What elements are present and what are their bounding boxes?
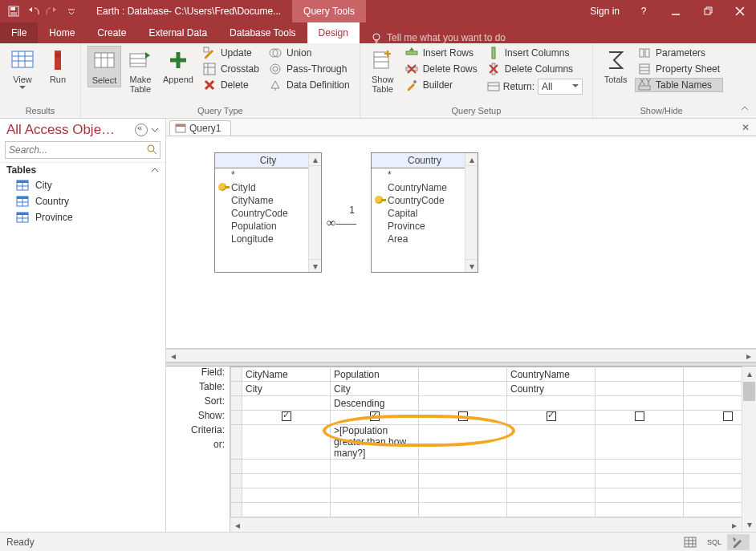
data-definition-button[interactable]: Data Definition (266, 78, 353, 92)
table-names-button[interactable]: XYZTable Names (635, 78, 723, 92)
show-checkbox[interactable] (370, 411, 380, 421)
nav-table-item[interactable]: Country (0, 193, 165, 209)
property-sheet-button[interactable]: Property Sheet (635, 62, 723, 76)
field-row[interactable]: Province (372, 220, 478, 233)
help-icon[interactable]: ? (628, 0, 660, 22)
row-selector[interactable] (231, 411, 242, 425)
sign-in-link[interactable]: Sign in (582, 6, 628, 17)
tab-file[interactable]: File (0, 22, 38, 43)
show-checkbox[interactable] (723, 411, 733, 421)
qbe-hscroll[interactable]: ◂▸ (230, 517, 742, 532)
qbe-cell[interactable]: Country (507, 382, 595, 396)
delete-rows-button[interactable]: Delete Rows (402, 62, 481, 76)
select-query-button[interactable]: Select (87, 46, 121, 87)
show-checkbox[interactable] (635, 411, 644, 421)
table-country[interactable]: Country *CountryNameCountryCodeCapitalPr… (371, 152, 478, 273)
field-row[interactable]: Capital (372, 207, 478, 220)
builder-button[interactable]: Builder (402, 78, 481, 92)
datasheet-view-icon[interactable] (679, 534, 701, 550)
field-row[interactable]: * (215, 168, 321, 181)
qbe-grid[interactable]: Field:Table:Sort:Show:Criteria:or: CityN… (166, 367, 756, 532)
minimize-icon[interactable] (660, 0, 692, 22)
qbe-cell[interactable] (595, 396, 684, 411)
collapse-ribbon-icon[interactable] (740, 103, 753, 116)
qbe-cell[interactable] (507, 460, 595, 474)
qbe-cell[interactable] (684, 460, 742, 474)
field-row[interactable]: Area (372, 233, 478, 245)
qbe-cell[interactable] (419, 411, 507, 425)
nav-group-tables[interactable]: Tables (0, 162, 165, 177)
qbe-cell[interactable] (595, 425, 684, 460)
save-icon[interactable] (5, 2, 22, 20)
qat-dropdown-icon[interactable] (63, 2, 80, 20)
crosstab-button[interactable]: Crosstab (200, 62, 262, 76)
qbe-cell[interactable] (595, 382, 684, 396)
qbe-cell[interactable]: CityName (242, 367, 331, 382)
show-checkbox[interactable] (282, 411, 291, 421)
join-line[interactable]: 1 ∞─── (327, 205, 356, 230)
nav-table-item[interactable]: City (0, 177, 165, 193)
tab-create[interactable]: Create (86, 22, 137, 43)
qbe-cell[interactable] (595, 411, 684, 425)
qbe-cell[interactable] (419, 396, 507, 411)
qbe-cell[interactable] (242, 396, 331, 411)
scrollbar[interactable]: ▴▾ (465, 153, 478, 272)
qbe-cell[interactable] (684, 396, 742, 411)
field-row[interactable]: CityName (215, 194, 321, 207)
nav-title[interactable]: All Access Obje… (6, 122, 135, 138)
union-button[interactable]: Union (266, 46, 353, 60)
search-icon[interactable] (146, 144, 157, 155)
nav-search[interactable] (5, 141, 161, 159)
insert-columns-button[interactable]: Insert Columns (484, 46, 586, 60)
show-table-button[interactable]: Show Table (367, 46, 399, 95)
document-tab[interactable]: Query1 (169, 120, 231, 136)
passthrough-button[interactable]: Pass-Through (266, 62, 353, 76)
append-button[interactable]: Append (160, 46, 197, 86)
field-row[interactable]: Longitude (215, 233, 321, 245)
collapse-group-icon[interactable] (151, 166, 159, 174)
sql-view-icon[interactable]: SQL (703, 534, 726, 550)
qbe-cell[interactable] (595, 460, 684, 474)
field-row[interactable]: * (372, 168, 478, 181)
undo-icon[interactable] (24, 2, 42, 20)
row-selector[interactable] (231, 460, 242, 474)
qbe-cell[interactable] (507, 396, 595, 411)
restore-icon[interactable] (692, 0, 724, 22)
tab-external-data[interactable]: External Data (137, 22, 218, 43)
qbe-cell[interactable] (242, 411, 331, 425)
qbe-cell[interactable] (331, 411, 419, 425)
row-selector[interactable] (231, 425, 242, 460)
qbe-cell[interactable] (507, 425, 595, 460)
return-selector[interactable]: Return: All (484, 78, 586, 95)
tab-design[interactable]: Design (307, 22, 360, 43)
qbe-cell[interactable] (242, 460, 331, 474)
qbe-cell[interactable]: CountryName (507, 367, 595, 382)
scrollbar[interactable]: ▴▾ (308, 153, 321, 272)
row-selector[interactable] (231, 367, 242, 382)
field-row[interactable]: CountryCode (215, 207, 321, 220)
qbe-cell[interactable] (419, 382, 507, 396)
insert-rows-button[interactable]: Insert Rows (402, 46, 481, 60)
view-button[interactable]: View (6, 46, 39, 91)
relationship-canvas[interactable]: City *CityIdCityNameCountryCodePopulatio… (166, 136, 756, 349)
search-input[interactable] (5, 141, 161, 159)
qbe-cell[interactable]: Population (331, 367, 419, 382)
qbe-cell[interactable]: City (242, 382, 331, 396)
close-icon[interactable] (724, 0, 756, 22)
row-selector[interactable] (231, 396, 242, 411)
qbe-cell[interactable] (419, 367, 507, 382)
qbe-cell[interactable]: >[Population greater than how many?] (331, 425, 419, 460)
qbe-cell[interactable] (684, 411, 742, 425)
close-document-icon[interactable]: ✕ (738, 120, 753, 135)
qbe-cell[interactable]: Descending (331, 396, 419, 411)
totals-button[interactable]: Totals (600, 46, 632, 86)
qbe-cell[interactable] (331, 460, 419, 474)
qbe-cell[interactable] (242, 425, 331, 460)
tab-home[interactable]: Home (38, 22, 86, 43)
qbe-cell[interactable] (684, 367, 742, 382)
delete-button[interactable]: Delete (200, 78, 262, 92)
field-row[interactable]: CountryCode (372, 194, 478, 207)
table-city[interactable]: City *CityIdCityNameCountryCodePopulatio… (214, 152, 322, 273)
parameters-button[interactable]: Parameters (635, 46, 723, 60)
run-button[interactable]: Run (42, 46, 74, 86)
